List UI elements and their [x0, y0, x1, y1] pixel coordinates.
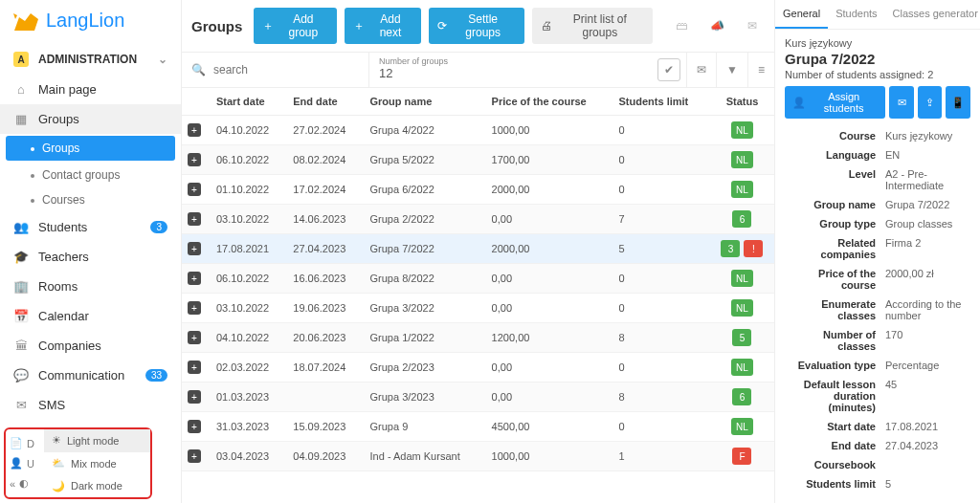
mail-icon[interactable]: ✉ [740, 15, 765, 36]
table-row[interactable]: +01.10.202217.02.2024Grupa 6/20222000,00… [182, 175, 774, 205]
cell-price: 1000,00 [486, 442, 613, 471]
table-row[interactable]: +03.10.202219.06.2023Grupa 3/20220,000NL [182, 294, 774, 323]
nav-students[interactable]: 👥Students3 [0, 212, 181, 242]
table-row[interactable]: +06.10.202216.06.2023Grupa 8/20220,000NL [182, 264, 774, 294]
announce-icon[interactable]: 📣 [702, 15, 732, 36]
collapse-icon[interactable]: « [10, 478, 15, 490]
prop-value: 170 [885, 329, 902, 352]
dark-mode[interactable]: 🌙Dark mode [44, 474, 150, 497]
expand-icon[interactable]: + [188, 272, 201, 285]
table-row[interactable]: +06.10.202208.02.2024Grupa 5/20221700,00… [182, 145, 774, 175]
table-row[interactable]: +01.03.2023Grupa 3/20230,0086 [182, 383, 774, 412]
prop-label: Coursebook [785, 459, 885, 470]
print-list-button[interactable]: 🖨Print list of groups [532, 8, 653, 44]
nav-rooms[interactable]: 🏢Rooms [0, 272, 181, 301]
prop-label: Group name [785, 199, 885, 210]
nav-companies[interactable]: 🏛Companies [0, 331, 181, 361]
expand-icon[interactable]: + [188, 420, 201, 433]
nav-teachers[interactable]: 🎓Teachers [0, 242, 181, 272]
table-row[interactable]: +03.04.202304.09.2023Ind - Adam Kursant1… [182, 442, 774, 471]
search-input[interactable] [212, 62, 359, 77]
expand-icon[interactable]: + [188, 123, 201, 137]
menu-tool[interactable]: ≡ [747, 53, 774, 87]
expand-icon[interactable]: + [188, 153, 201, 166]
cell-end: 04.09.2023 [287, 442, 364, 471]
col-status[interactable]: Status [710, 88, 774, 116]
prop-label: Number of classes [785, 329, 885, 352]
expand-icon[interactable]: + [188, 331, 201, 344]
tab-students[interactable]: Students [828, 0, 884, 29]
prop-label: Start date [785, 421, 885, 432]
col-end[interactable]: End date [287, 88, 364, 116]
export-button[interactable]: ⇪ [918, 86, 942, 119]
mode-label: Mix mode [71, 458, 117, 470]
badge: 33 [145, 369, 167, 382]
table-row[interactable]: +04.10.202227.02.2024Grupa 4/20221000,00… [182, 116, 774, 145]
expand-icon[interactable]: + [188, 301, 201, 315]
tab-classes[interactable]: Classes generator [885, 0, 980, 29]
col-price[interactable]: Price of the course [486, 88, 613, 116]
contrast-icon[interactable]: ◐ [19, 477, 29, 490]
nav-communication[interactable]: 💬Communication33 [0, 361, 181, 390]
nav-sub-contactgroups[interactable]: Contact groups [0, 163, 181, 187]
mobile-button[interactable]: 📱 [946, 86, 970, 119]
refresh-icon: ⟳ [437, 19, 447, 33]
col-group[interactable]: Group name [365, 88, 486, 116]
logo[interactable]: LangLion [0, 0, 181, 40]
chevron-down-icon: ⌄ [158, 53, 167, 66]
archive-icon[interactable]: 🗃 [668, 15, 695, 36]
nav-sub-label: Groups [42, 142, 79, 155]
mix-mode[interactable]: ⛅Mix mode [44, 452, 150, 475]
cell-end: 14.06.2023 [287, 205, 364, 234]
tab-general[interactable]: General [775, 0, 828, 29]
add-next-button[interactable]: ＋Add next [345, 8, 420, 44]
mail-tool[interactable]: ✉ [686, 53, 716, 87]
cell-end: 19.06.2023 [287, 294, 364, 323]
cell-start: 01.03.2023 [211, 383, 287, 412]
nav-sub-groups[interactable]: Groups [6, 136, 175, 161]
nav-mainpage[interactable]: ⌂Main page [0, 75, 181, 104]
groups-counter: Number of groups 12 [368, 53, 464, 87]
cell-price: 2000,00 [486, 234, 613, 264]
cell-price: 1200,00 [486, 323, 613, 353]
status-badge: NL [731, 418, 753, 435]
search-box[interactable]: 🔍 [182, 53, 368, 87]
table-row[interactable]: +02.03.202218.07.2024Grupa 2/20230,000NL [182, 353, 774, 383]
nav-groups[interactable]: ▦Groups [0, 104, 181, 134]
prop-row: Enumerate classesAccording to the number [785, 295, 970, 325]
expand-icon[interactable]: + [188, 183, 201, 196]
col-start[interactable]: Start date [211, 88, 287, 116]
prop-label: Course [785, 130, 885, 142]
message-button[interactable]: ✉ [889, 86, 913, 119]
add-group-button[interactable]: ＋Add group [254, 8, 337, 44]
expand-icon[interactable]: + [188, 361, 201, 374]
assigned-label: Number of students assigned: [785, 69, 927, 80]
status-badge: 5 [732, 329, 751, 346]
expand-icon[interactable]: + [188, 449, 201, 463]
table-row[interactable]: +31.03.202315.09.2023Grupa 94500,000NL [182, 412, 774, 442]
nav-calendar[interactable]: 📅Calendar [0, 301, 181, 331]
nav-sub-courses[interactable]: Courses [0, 187, 181, 212]
table-row[interactable]: +17.08.202127.04.2023Grupa 7/20222000,00… [182, 234, 774, 264]
filter-tool[interactable]: ▼ [716, 53, 747, 87]
nav-trunc: D [27, 438, 34, 449]
nav-administration[interactable]: A ADMINISTRATION ⌄ [0, 44, 181, 75]
settle-groups-button[interactable]: ⟳Settle groups [429, 8, 524, 44]
table-row[interactable]: +04.10.202220.06.2023Grupa 1/20221200,00… [182, 323, 774, 353]
assign-students-button[interactable]: 👤Assign students [785, 86, 885, 119]
col-limit[interactable]: Students limit [613, 88, 710, 116]
prop-label: Price of the course [785, 268, 885, 291]
table-row[interactable]: +03.10.202214.06.2023Grupa 2/20220,0076 [182, 205, 774, 234]
expand-icon[interactable]: + [188, 242, 201, 255]
calendar-icon: 📅 [13, 309, 29, 323]
expand-icon[interactable]: + [188, 212, 201, 226]
check-tool[interactable]: ✔ [657, 58, 680, 81]
light-mode[interactable]: ☀Light mode [44, 429, 150, 452]
table-header-row: Start date End date Group name Price of … [182, 88, 774, 116]
expand-icon[interactable]: + [188, 390, 201, 404]
status-badge: NL [731, 359, 753, 376]
theme-mode-popup: 📄D 👤U «◐ ☀Light mode ⛅Mix mode 🌙Dark mod… [4, 427, 152, 499]
doc-icon: 📄 [10, 437, 23, 449]
nav-sms[interactable]: ✉SMS [0, 390, 181, 420]
cell-price: 1000,00 [486, 116, 613, 145]
